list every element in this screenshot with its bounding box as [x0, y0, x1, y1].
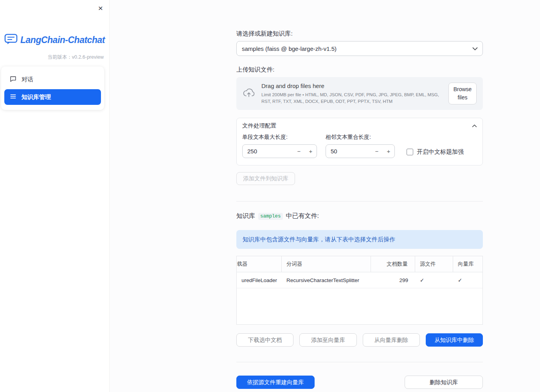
cell-source-check[interactable]: ✓ [415, 272, 453, 288]
cell-vector-check[interactable]: ✓ [453, 272, 482, 288]
col-splitter-header[interactable]: 分词器 [282, 256, 371, 272]
upload-label: 上传知识文件: [236, 66, 483, 74]
app-logo: LangChain-Chatchat [4, 34, 105, 46]
browse-files-button[interactable]: Browse files [448, 83, 477, 104]
uploader-limit: Limit 200MB per file • HTML, MD, JSON, C… [261, 92, 442, 104]
delete-from-kb-button[interactable]: 从知识库中删除 [426, 333, 483, 347]
kb-name-code: samples [258, 213, 283, 220]
divider [236, 362, 483, 362]
rebuild-vector-store-button[interactable]: 依据源文件重建向量库 [236, 376, 315, 389]
existing-files-suffix: 中已有文件: [286, 212, 319, 220]
file-action-buttons: 下载选中文档 添加至向量库 从向量库删除 从知识库中删除 [236, 333, 483, 347]
file-config-expander: 文件处理配置 单段文本最大长度: 250 − + 相邻文本重合长度: [236, 118, 483, 165]
uploader-texts: Drag and drop files here Limit 200MB per… [261, 83, 442, 104]
file-uploader-dropzone[interactable]: Drag and drop files here Limit 200MB per… [236, 77, 483, 110]
sidebar: × LangChain-Chatchat 当前版本：v0.2.6-preview… [0, 0, 110, 392]
cell-splitter[interactable]: RecursiveCharacterTextSplitter [282, 272, 371, 288]
main-area: 请选择或新建知识库: samples (faiss @ bge-large-zh… [110, 0, 540, 392]
logo-chat-icon [4, 34, 18, 46]
chunk-size-label: 单段文本最大长度: [242, 134, 317, 141]
overlap-size-value[interactable]: 50 [326, 148, 371, 155]
files-table[interactable]: 文档加载器 分词器 文档数量 源文件 向量库 UnstructuredFileL… [236, 256, 483, 325]
sidebar-item-dialogue[interactable]: 对话 [4, 72, 101, 87]
content-column: 请选择或新建知识库: samples (faiss @ bge-large-zh… [236, 0, 483, 389]
sidebar-item-label: 对话 [22, 76, 33, 83]
cloud-upload-icon [243, 88, 255, 99]
file-config-title: 文件处理配置 [242, 122, 276, 129]
zh-title-enhance-field: 开启中文标题加强 [407, 146, 464, 158]
chevron-down-icon [472, 45, 478, 52]
add-to-vector-store-button[interactable]: 添加至向量库 [299, 333, 356, 347]
col-docs-header[interactable]: 文档数量 [371, 256, 415, 272]
divider [236, 201, 483, 201]
overlap-size-increment-button[interactable]: + [383, 145, 394, 158]
sidebar-menu: 对话 知识库管理 [1, 67, 104, 110]
existing-files-prefix: 知识库 [236, 212, 255, 220]
chevron-up-icon [472, 122, 477, 129]
remove-from-vector-store-button[interactable]: 从向量库删除 [363, 333, 420, 347]
overlap-size-label: 相邻文本重合长度: [326, 134, 395, 141]
sidebar-close-icon[interactable]: × [97, 2, 104, 14]
kb-selectbox-value: samples (faiss @ bge-large-zh-v1.5) [242, 45, 472, 52]
file-config-body: 单段文本最大长度: 250 − + 相邻文本重合长度: 50 − + [237, 133, 482, 165]
existing-files-line: 知识库 samples 中已有文件: [236, 212, 483, 220]
cell-loader[interactable]: UnstructuredFileLoader [237, 272, 282, 288]
logo-text: LangChain-Chatchat [20, 35, 105, 45]
delete-kb-button[interactable]: 删除知识库 [405, 376, 483, 389]
download-selected-button[interactable]: 下载选中文档 [236, 333, 293, 347]
zh-title-enhance-label: 开启中文标题加强 [417, 148, 464, 156]
info-alert: 知识库中包含源文件与向量库，请从下表中选择文件后操作 [236, 230, 483, 249]
chunk-size-increment-button[interactable]: + [305, 145, 317, 158]
kb-level-buttons: 依据源文件重建向量库 删除知识库 [236, 376, 483, 389]
table-row[interactable]: UnstructuredFileLoader RecursiveCharacte… [237, 272, 482, 288]
overlap-size-input[interactable]: 50 − + [326, 144, 395, 158]
col-vector-header[interactable]: 向量库 [453, 256, 482, 272]
overlap-size-field: 相邻文本重合长度: 50 − + [326, 134, 395, 158]
zh-title-enhance-checkbox[interactable] [407, 149, 413, 155]
col-source-header[interactable]: 源文件 [415, 256, 453, 272]
sidebar-item-knowledge-base[interactable]: 知识库管理 [4, 89, 101, 105]
files-table-header: 文档加载器 分词器 文档数量 源文件 向量库 [237, 256, 482, 272]
uploader-title: Drag and drop files here [261, 83, 442, 89]
chunk-size-decrement-button[interactable]: − [293, 145, 305, 158]
col-loader-header[interactable]: 文档加载器 [237, 256, 282, 272]
kb-select-label: 请选择或新建知识库: [236, 30, 483, 38]
sidebar-item-label: 知识库管理 [22, 94, 51, 101]
file-config-expander-header[interactable]: 文件处理配置 [237, 118, 482, 133]
version-label: 当前版本：v0.2.6-preview [47, 54, 104, 61]
chunk-size-input[interactable]: 250 − + [242, 144, 317, 158]
chunk-size-field: 单段文本最大长度: 250 − + [242, 134, 317, 158]
cell-docs[interactable]: 299 [371, 272, 415, 288]
chat-bubble-icon [10, 76, 16, 83]
overlap-size-decrement-button[interactable]: − [371, 145, 383, 158]
kb-selectbox[interactable]: samples (faiss @ bge-large-zh-v1.5) [236, 41, 483, 56]
add-files-to-kb-button[interactable]: 添加文件到知识库 [236, 172, 295, 185]
chunk-size-value[interactable]: 250 [243, 148, 293, 155]
list-icon [10, 93, 16, 101]
